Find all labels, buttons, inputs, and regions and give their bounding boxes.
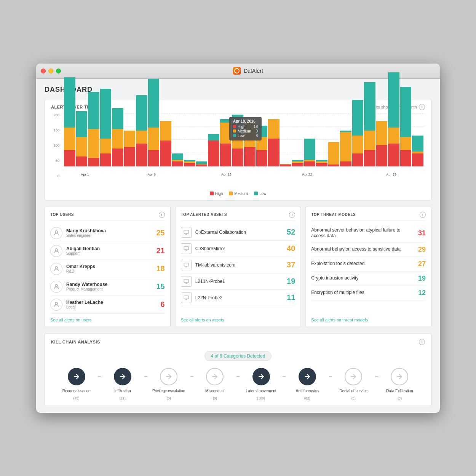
bar-low-4 [112, 108, 123, 129]
asset-count-4: 11 [287, 293, 295, 302]
top-users-info-icon[interactable]: i [159, 212, 165, 218]
user-item-2[interactable]: Omar Krepps R&D 18 [50, 260, 165, 278]
kc-circle-2[interactable] [160, 368, 177, 385]
kc-circle-0[interactable] [68, 368, 85, 385]
asset-item-3[interactable]: L211N-Probe1 19 [181, 273, 296, 290]
kill-chain-info-icon[interactable]: i [419, 339, 425, 345]
kc-connector-3 [190, 376, 193, 377]
bar-medium-22 [328, 142, 340, 165]
bar-stack-23 [340, 131, 351, 166]
kc-node-1[interactable]: Infiltration (29) [101, 368, 144, 400]
threat-item-3[interactable]: Crypto intrusion activity 19 [311, 272, 426, 286]
titlebar: DatAlert [36, 64, 440, 79]
chart-bars-area: Apr 18, 2016 High 18 Medium 0 [62, 113, 425, 178]
svg-rect-8 [184, 246, 188, 249]
bar-stack-26 [376, 121, 388, 166]
bar-high-19 [292, 163, 303, 166]
x-label-apr22: Apr 22 [302, 173, 312, 176]
bar-low-16 [256, 126, 268, 137]
asset-item-2[interactable]: TM-lab.varonis.com 37 [181, 257, 296, 273]
user-item-3[interactable]: Randy Waterhouse Product Management 15 [50, 278, 165, 296]
bar-group-2 [88, 92, 99, 166]
kc-node-6[interactable]: Denial of service (0) [332, 368, 375, 400]
bar-medium-28 [400, 137, 412, 150]
bar-high-17 [268, 139, 280, 166]
bar-stack-17 [268, 119, 280, 166]
kc-node-7[interactable]: Data Exfiltration (0) [378, 368, 421, 400]
legend-low-dot [254, 192, 258, 195]
kc-circle-5[interactable] [299, 368, 316, 385]
threat-count-2: 27 [418, 260, 426, 268]
kc-node-4[interactable]: Lateral movement (160) [240, 368, 283, 400]
bar-low-0 [64, 77, 75, 128]
bar-medium-6 [136, 131, 147, 144]
svg-point-2 [55, 267, 58, 269]
kc-circle-6[interactable] [345, 368, 362, 385]
bar-stack-6 [136, 95, 147, 166]
bar-group-3 [100, 89, 112, 166]
bar-high-8 [160, 141, 171, 166]
bar-low-25 [364, 82, 375, 131]
alerts-info-icon[interactable]: i [419, 104, 425, 110]
bar-group-12 [208, 134, 219, 166]
user-item-1[interactable]: Abigail Gentian Support 21 [50, 242, 165, 260]
minimize-button[interactable] [48, 69, 53, 73]
see-all-users-link[interactable]: See all alerts on users [50, 314, 165, 322]
asset-count-1: 40 [287, 244, 295, 253]
asset-icon-1 [181, 243, 192, 254]
bar-stack-7 [148, 79, 160, 166]
asset-name-1: C:\ShareMirror [195, 246, 283, 251]
bar-medium-5 [124, 131, 136, 147]
asset-item-0[interactable]: C:\External Collaboration 52 [181, 224, 296, 241]
top-assets-info-icon[interactable]: i [289, 212, 295, 218]
threat-item-1[interactable]: Abnormal behavior: access to sensitive d… [311, 243, 426, 257]
kc-circle-1[interactable] [114, 368, 131, 385]
bar-medium-16 [256, 137, 268, 150]
bar-low-7 [148, 79, 160, 128]
svg-rect-14 [184, 279, 188, 282]
maximize-button[interactable] [56, 69, 61, 73]
bar-stack-22 [328, 142, 340, 166]
kc-node-2[interactable]: Privilege escalation (0) [147, 368, 190, 400]
user-name-3: Randy Waterhouse [66, 282, 152, 287]
bar-medium-24 [352, 136, 364, 153]
top-users-title: TOP USERS [50, 212, 74, 217]
bar-stack-13 [220, 119, 232, 166]
bar-stack-24 [352, 100, 364, 166]
user-info-4: Heather LeLache Legal [66, 300, 157, 309]
bar-high-1 [76, 157, 88, 166]
user-item-0[interactable]: Marly Krushkhova Sales engineer 25 [50, 224, 165, 242]
see-all-threats-link[interactable]: See all alerts on threat models [311, 314, 426, 322]
bar-high-5 [124, 147, 136, 166]
top-users-header: TOP USERS i [50, 212, 165, 220]
bar-stack-16 [256, 126, 268, 166]
kc-connector-2 [144, 376, 147, 377]
threat-item-2[interactable]: Exploitation tools detected 27 [311, 257, 426, 272]
asset-item-1[interactable]: C:\ShareMirror 40 [181, 241, 296, 257]
kc-node-3[interactable]: Misconduct (0) [193, 368, 236, 400]
bar-group-11 [196, 161, 208, 166]
bar-low-20 [304, 139, 316, 160]
close-button[interactable] [41, 69, 46, 73]
bar-group-4 [112, 108, 123, 166]
threat-item-4[interactable]: Encryption of multiple files 12 [311, 286, 426, 300]
top-threats-info-icon[interactable]: i [420, 212, 426, 218]
bar-medium-1 [76, 137, 88, 157]
threat-item-0[interactable]: Abnormal server behavior: atypical failu… [311, 224, 426, 243]
svg-point-3 [55, 284, 58, 287]
bar-stack-8 [160, 121, 171, 166]
user-role-4: Legal [66, 305, 157, 309]
kc-circle-4[interactable] [252, 368, 270, 385]
user-item-4[interactable]: Heather LeLache Legal 6 [50, 296, 165, 314]
bar-high-0 [64, 150, 75, 166]
kc-node-5[interactable]: Anti forensics (82) [286, 368, 329, 400]
kc-label-4: Lateral movement [246, 388, 276, 393]
kc-node-0[interactable]: Reconnaissance (45) [55, 368, 98, 400]
asset-item-4[interactable]: L22N-Probe2 11 [181, 290, 296, 306]
svg-point-4 [55, 302, 58, 305]
kc-circle-3[interactable] [206, 368, 224, 385]
bar-group-28 [400, 87, 412, 166]
bar-medium-2 [88, 129, 99, 158]
kc-circle-7[interactable] [391, 368, 408, 385]
see-all-assets-link[interactable]: See all alerts on assets [181, 314, 296, 322]
